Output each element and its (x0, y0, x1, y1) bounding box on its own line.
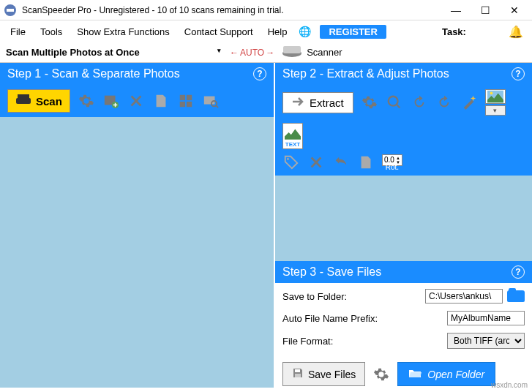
add-image-icon[interactable] (102, 92, 120, 110)
step3-panel: Step 3 - Save Files ? Save to Folder: Au… (275, 261, 532, 392)
step3-body: Save to Folder: Auto File Name Prefix: F… (275, 283, 532, 392)
window-title: ScanSpeeder Pro - Unregistered - 10 of 1… (22, 5, 441, 15)
menu-help[interactable]: Help (261, 23, 295, 40)
step1-header: Step 1 - Scan & Separate Photos ? (0, 63, 274, 85)
page2-icon[interactable] (357, 154, 375, 171)
page-icon[interactable] (152, 92, 170, 110)
step2-toolbar-row1: Extract ▾ TEXT (275, 85, 532, 154)
open-folder-button[interactable]: Open Folder (397, 362, 495, 386)
svg-rect-12 (204, 97, 215, 105)
arrow-left-icon: ← (230, 48, 239, 58)
menu-tools[interactable]: Tools (33, 23, 70, 40)
main-area: Step 1 - Scan & Separate Photos ? Scan S… (0, 63, 532, 392)
step3-actions: Save Files Open Folder (282, 362, 525, 386)
svg-rect-5 (18, 94, 29, 99)
open-folder-icon (408, 368, 422, 380)
zoom-icon[interactable] (386, 94, 403, 111)
text-mode-icon[interactable]: TEXT (282, 123, 303, 149)
svg-rect-20 (295, 374, 301, 377)
watermark-text: wsxdn.com (491, 381, 528, 389)
rotate-right-icon[interactable] (435, 94, 453, 111)
step1-toolbar: Scan (0, 85, 274, 117)
title-bar: ScanSpeeder Pro - Unregistered - 10 of 1… (0, 0, 532, 20)
svg-rect-10 (180, 102, 185, 107)
scan-button[interactable]: Scan (7, 89, 70, 113)
rot-label: Rot. (382, 163, 402, 171)
format-row: File Format: Both TIFF (archival (282, 333, 525, 349)
browse-folder-icon[interactable] (507, 290, 525, 302)
close-button[interactable]: ✕ (500, 0, 529, 20)
gear2-icon[interactable] (361, 94, 378, 111)
right-panel: Step 2 - Extract & Adjust Photos ? Extra… (274, 63, 532, 392)
save-folder-row: Save to Folder: (282, 289, 525, 304)
svg-rect-3 (283, 46, 301, 53)
prefix-row: Auto File Name Prefix: (282, 311, 525, 325)
step3-header: Step 3 - Save Files ? (275, 261, 532, 283)
svg-rect-4 (16, 98, 31, 104)
step2-help-icon[interactable]: ? (512, 67, 525, 80)
save-folder-input[interactable] (425, 289, 503, 304)
bell-icon[interactable]: 🔔 (509, 25, 523, 39)
save-folder-label: Save to Folder: (282, 291, 347, 302)
auto-button[interactable]: ← AUTO → (230, 48, 274, 58)
menu-contact-support[interactable]: Contact Support (177, 23, 261, 40)
step2-title: Step 2 - Extract & Adjust Photos (282, 67, 449, 80)
thumbnail-dropdown-icon[interactable]: ▾ (485, 105, 506, 116)
svg-rect-11 (187, 102, 192, 107)
scan-mode-dropdown[interactable]: Scan Multiple Photos at Once (6, 47, 225, 58)
scanner-small-icon (15, 94, 31, 108)
scanner-icon (282, 45, 302, 60)
globe-icon[interactable]: 🌐 (294, 26, 315, 37)
minimize-button[interactable]: ― (441, 0, 471, 20)
delete-icon[interactable] (127, 92, 145, 110)
svg-rect-9 (187, 95, 192, 100)
arrow-right-icon: → (266, 48, 274, 58)
wand-icon[interactable] (460, 94, 478, 111)
step2-header: Step 2 - Extract & Adjust Photos ? (275, 63, 532, 85)
register-button[interactable]: REGISTER (320, 25, 386, 39)
gear3-icon[interactable] (372, 366, 390, 383)
svg-point-14 (388, 97, 397, 106)
left-panel: Step 1 - Scan & Separate Photos ? Scan (0, 63, 274, 392)
menu-file[interactable]: File (3, 23, 33, 40)
gear-icon[interactable] (78, 92, 95, 110)
step2-canvas[interactable] (275, 176, 532, 261)
undo-icon[interactable] (332, 154, 350, 171)
save-icon (292, 367, 304, 381)
prefix-label: Auto File Name Prefix: (282, 313, 378, 324)
magnify-icon[interactable] (202, 92, 220, 110)
step2-toolbar-row2: 0.0 ▲▼ Rot. (275, 154, 532, 176)
format-select[interactable]: Both TIFF (archival (447, 333, 525, 349)
grid-icon[interactable] (177, 92, 195, 110)
step1-title: Step 1 - Scan & Separate Photos (7, 67, 180, 80)
rotate-left-icon[interactable] (411, 94, 428, 111)
delete2-icon[interactable] (307, 154, 325, 171)
app-logo-icon (3, 3, 18, 18)
arrow-right-icon (292, 97, 305, 109)
save-files-button[interactable]: Save Files (282, 362, 365, 386)
step3-help-icon[interactable]: ? (512, 265, 525, 279)
menu-show-extra[interactable]: Show Extra Functions (70, 23, 176, 40)
step1-canvas[interactable] (0, 117, 274, 388)
svg-rect-19 (295, 369, 300, 372)
sub-toolbar: Scan Multiple Photos at Once ← AUTO → Sc… (0, 42, 532, 63)
scanner-button[interactable]: Scanner (279, 43, 345, 61)
svg-point-18 (287, 158, 289, 160)
task-label: Task: (442, 26, 466, 37)
thumbnail-image-icon[interactable] (485, 89, 506, 104)
extract-button[interactable]: Extract (282, 92, 353, 113)
svg-rect-1 (7, 9, 14, 12)
menu-bar: File Tools Show Extra Functions Contact … (0, 20, 532, 42)
prefix-input[interactable] (447, 311, 525, 325)
format-label: File Format: (282, 336, 333, 347)
scan-mode-value: Scan Multiple Photos at Once (6, 47, 140, 58)
step1-help-icon[interactable]: ? (253, 67, 266, 80)
tag-icon[interactable] (282, 154, 300, 171)
svg-rect-8 (180, 95, 185, 100)
step3-title: Step 3 - Save Files (282, 265, 381, 279)
svg-point-16 (490, 92, 492, 95)
maximize-button[interactable]: ☐ (471, 0, 500, 20)
